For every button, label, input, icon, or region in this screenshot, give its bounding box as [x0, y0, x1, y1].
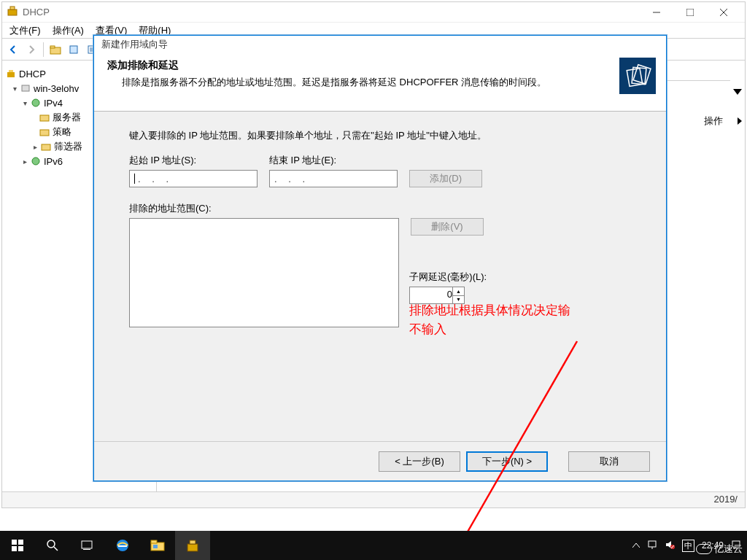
wizard-logo-icon: [619, 58, 656, 94]
tree-ipv6-label: IPv6: [44, 156, 63, 167]
subnet-delay-value: 0: [447, 289, 452, 300]
search-button[interactable]: [35, 531, 70, 560]
statusbar: 2019/: [2, 491, 745, 508]
subnet-delay-label: 子网延迟(毫秒)(L):: [409, 271, 487, 282]
new-scope-wizard-dialog: 新建作用域向导 添加排除和延迟 排除是指服务器不分配的地址或地址范围。延迟是指服…: [93, 35, 667, 481]
svg-line-23: [464, 341, 577, 538]
main-title: DHCP: [23, 7, 50, 18]
properties-button[interactable]: [66, 42, 82, 58]
svg-rect-25: [18, 540, 23, 545]
menu-file[interactable]: 文件(F): [9, 24, 41, 37]
taskbar[interactable]: 中 22:49: [0, 531, 747, 560]
close-button[interactable]: [707, 2, 740, 23]
svg-point-19: [32, 158, 39, 165]
svg-rect-16: [40, 115, 49, 121]
taskbar-ie-icon[interactable]: [105, 531, 140, 560]
svg-rect-3: [686, 9, 694, 16]
expand-icon[interactable]: ▸: [30, 143, 40, 151]
wizard-window-title: 新建作用域向导: [101, 38, 168, 51]
add-button[interactable]: 添加(D): [409, 170, 482, 187]
svg-rect-26: [12, 546, 17, 551]
start-ip-input[interactable]: . . .: [129, 170, 258, 187]
dhcp-app-icon: [7, 5, 18, 19]
cloud-icon: [696, 544, 712, 554]
tree-server-label: win-3elohv: [34, 83, 79, 94]
svg-point-15: [32, 99, 39, 106]
svg-rect-37: [190, 540, 196, 544]
start-button[interactable]: [0, 531, 35, 560]
svg-rect-1: [10, 7, 15, 9]
svg-rect-24: [12, 540, 17, 545]
ipv6-icon: [30, 155, 42, 167]
annotation-text: 排除地址根据具体情况决定输 不输入: [409, 301, 570, 338]
wizard-header-desc: 排除是指服务器不分配的地址或地址范围。延迟是指服务器将延迟 DHCPOFFER …: [122, 75, 653, 90]
start-ip-label: 起始 IP 地址(S):: [129, 154, 258, 167]
svg-rect-12: [7, 72, 15, 77]
folder-button[interactable]: [47, 42, 63, 58]
tree-server-options-label: 服务器: [53, 111, 81, 124]
forward-button[interactable]: [23, 42, 39, 58]
svg-rect-31: [83, 549, 90, 550]
taskbar-dhcp-icon[interactable]: [175, 531, 210, 560]
tree-root-label: DHCP: [19, 69, 46, 79]
expand-icon[interactable]: ▸: [20, 158, 30, 166]
svg-rect-36: [187, 544, 198, 551]
collapse-icon[interactable]: ▾: [9, 85, 20, 93]
dropdown-icon[interactable]: [733, 89, 742, 95]
svg-point-28: [47, 540, 55, 548]
collapse-icon[interactable]: ▾: [20, 99, 30, 107]
back-button[interactable]: [5, 42, 21, 58]
svg-rect-38: [649, 541, 656, 547]
svg-rect-0: [8, 9, 17, 15]
folder-icon: [40, 141, 52, 152]
end-ip-label: 结束 IP 地址(E):: [269, 154, 398, 167]
tree-ipv4-label: IPv4: [44, 98, 63, 109]
svg-rect-30: [82, 541, 92, 548]
tray-chevron-up-icon[interactable]: [632, 540, 640, 551]
wizard-footer: < 上一步(B) 下一步(N) > 取消: [94, 441, 666, 481]
ipv4-icon: [30, 97, 42, 109]
dhcp-icon: [5, 68, 17, 79]
wizard-titlebar[interactable]: 新建作用域向导: [94, 36, 666, 53]
status-date: 2019/: [713, 494, 738, 505]
wizard-header-title: 添加排除和延迟: [107, 59, 653, 72]
tree-filters-label: 筛选器: [54, 140, 82, 153]
svg-rect-27: [18, 546, 23, 551]
maximize-button[interactable]: [673, 2, 707, 23]
delete-button[interactable]: 删除(V): [411, 218, 484, 236]
menu-action[interactable]: 操作(A): [53, 24, 84, 37]
tree-policies-label: 策略: [53, 125, 71, 139]
svg-rect-14: [22, 85, 29, 91]
watermark: 亿速云: [696, 542, 743, 556]
svg-rect-34: [151, 540, 157, 543]
end-ip-input[interactable]: . . .: [269, 170, 398, 187]
svg-rect-13: [9, 70, 13, 72]
folder-icon: [39, 126, 50, 138]
cancel-button[interactable]: 取消: [568, 451, 650, 472]
minimize-button[interactable]: [640, 2, 673, 23]
back-button[interactable]: < 上一步(B): [379, 451, 460, 472]
excluded-range-label: 排除的地址范围(C):: [129, 203, 212, 214]
watermark-text: 亿速云: [714, 542, 743, 556]
tray-volume-icon[interactable]: [665, 540, 675, 552]
tray-network-icon[interactable]: [647, 540, 657, 552]
main-titlebar[interactable]: DHCP: [2, 2, 745, 23]
wizard-hint: 键入要排除的 IP 地址范围。如果要排除单个地址，只需在"起始 IP 地址"中键…: [129, 129, 631, 142]
excluded-range-listbox[interactable]: [129, 218, 399, 327]
svg-line-29: [54, 547, 58, 551]
svg-rect-8: [70, 46, 77, 53]
svg-rect-17: [40, 130, 49, 136]
svg-rect-18: [42, 144, 50, 150]
actions-label[interactable]: 操作: [704, 114, 723, 128]
next-button[interactable]: 下一步(N) >: [466, 451, 548, 472]
taskbar-explorer-icon[interactable]: [140, 531, 175, 560]
task-view-button[interactable]: [70, 531, 105, 560]
wizard-body: 键入要排除的 IP 地址范围。如果要排除单个地址，只需在"起始 IP 地址"中键…: [94, 112, 666, 440]
tray-ime-icon[interactable]: 中: [682, 540, 694, 552]
svg-rect-35: [153, 545, 158, 548]
wizard-header: 添加排除和延迟 排除是指服务器不分配的地址或地址范围。延迟是指服务器将延迟 DH…: [94, 53, 666, 112]
folder-icon: [39, 112, 50, 123]
caret-right-icon[interactable]: [738, 117, 742, 125]
server-icon: [20, 82, 31, 94]
svg-rect-7: [50, 46, 55, 48]
